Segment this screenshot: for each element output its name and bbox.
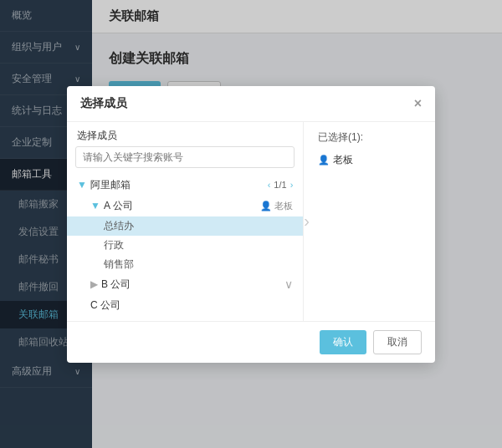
- modal-title: 选择成员: [80, 96, 127, 111]
- tree-expand-icon: ▶: [90, 278, 98, 290]
- chevron-down-icon: ∨: [284, 277, 293, 291]
- modal-right-panel: 已选择(1): 👤 老板: [310, 122, 435, 321]
- right-panel-title: 已选择(1):: [318, 130, 427, 145]
- prev-page-btn[interactable]: ‹: [268, 180, 271, 190]
- arrow-icon: ›: [304, 211, 310, 231]
- tree-root-node[interactable]: ▼ 阿里邮箱 ‹ 1/1 ›: [67, 175, 303, 196]
- tree-node-admin[interactable]: 行政: [67, 236, 303, 255]
- tree-c-company-label: C 公司: [90, 298, 120, 313]
- modal-body: 选择成员 ▼ 阿里邮箱 ‹ 1/1 ›: [67, 122, 435, 321]
- modal-footer: 确认 取消: [67, 321, 435, 363]
- tree-sales-label: 销售部: [104, 258, 134, 270]
- modal-close-button[interactable]: ×: [414, 96, 422, 111]
- selected-person-item: 👤 老板: [318, 151, 427, 169]
- tree-a-company-label: A 公司: [104, 199, 133, 213]
- modal-overlay: 选择成员 × 选择成员 ▼ 阿里邮箱 ‹ 1/1: [0, 0, 502, 448]
- person-icon: 👤: [318, 155, 330, 165]
- modal-header: 选择成员 ×: [67, 86, 435, 122]
- tree-b-company-label: B 公司: [101, 277, 131, 292]
- confirm-button[interactable]: 确认: [320, 330, 366, 354]
- pagination: ‹ 1/1 ›: [268, 178, 294, 191]
- tree-node-general-office[interactable]: 总结办: [67, 216, 303, 236]
- tree-expand-icon: ▼: [90, 200, 100, 211]
- selected-person-name: 老板: [333, 153, 353, 167]
- transfer-arrow: ›: [304, 122, 310, 321]
- modal-cancel-button[interactable]: 取消: [373, 330, 422, 354]
- tree-node-sales[interactable]: 销售部: [67, 255, 303, 274]
- tree-node-b-company[interactable]: ▶ B 公司 ∨: [67, 274, 303, 295]
- member-search-input[interactable]: [75, 146, 295, 168]
- tree-general-office-label: 总结办: [104, 220, 134, 232]
- modal-left-panel: 选择成员 ▼ 阿里邮箱 ‹ 1/1 ›: [67, 122, 304, 321]
- tree-area: ▼ 阿里邮箱 ‹ 1/1 › ▼ A 公司 👤 老板: [67, 175, 303, 321]
- member-picker-modal: 选择成员 × 选择成员 ▼ 阿里邮箱 ‹ 1/1: [67, 86, 435, 363]
- next-page-btn[interactable]: ›: [290, 180, 294, 190]
- tree-node-a-company[interactable]: ▼ A 公司 👤 老板: [67, 196, 303, 216]
- member-icon: 👤 老板: [260, 200, 293, 212]
- tree-root-label: 阿里邮箱: [90, 178, 131, 192]
- tree-expand-icon: ▼: [77, 179, 87, 191]
- page-indicator: 1/1: [274, 180, 286, 190]
- tree-admin-label: 行政: [104, 239, 124, 251]
- modal-left-title: 选择成员: [67, 122, 303, 146]
- tree-node-c-company[interactable]: C 公司: [67, 295, 303, 316]
